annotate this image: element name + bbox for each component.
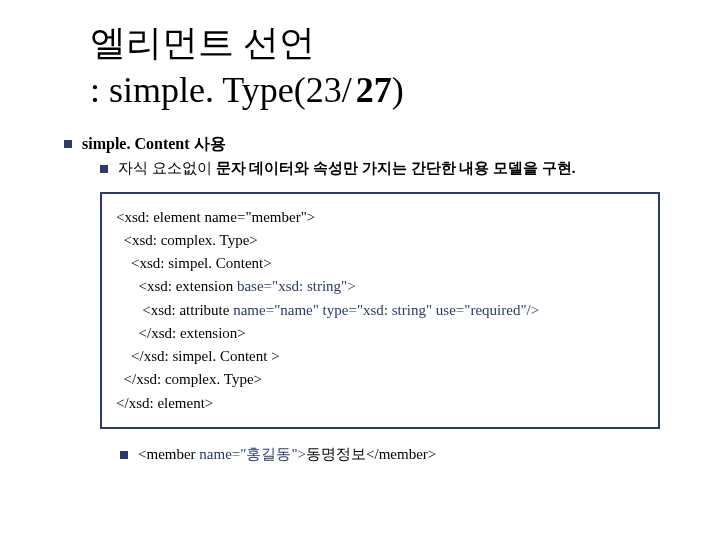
square-bullet-icon	[64, 140, 72, 148]
code-line: </xsd: complex. Type>	[116, 368, 644, 391]
code-line: </xsd: extension>	[116, 322, 644, 345]
square-bullet-icon	[100, 165, 108, 173]
bullet-level1: simple. Content 사용	[64, 134, 680, 155]
code-line: <xsd: complex. Type>	[116, 229, 644, 252]
code-line: <xsd: extension base="xsd: string">	[116, 275, 644, 298]
bullet1-text: simple. Content 사용	[82, 134, 226, 155]
slide-title: 엘리먼트 선언 : simple. Type(23/27)	[60, 20, 680, 114]
bullet2-text: 자식 요소없이 문자 데이터와 속성만 가지는 간단한 내용 모델을 구현.	[118, 159, 576, 178]
title-line1: 엘리먼트 선언	[90, 20, 680, 67]
example-text: <member name="홍길동">동명정보</member>	[138, 445, 436, 464]
code-line: <xsd: simpel. Content>	[116, 252, 644, 275]
example-bullet: <member name="홍길동">동명정보</member>	[120, 445, 680, 464]
code-line: </xsd: element>	[116, 392, 644, 415]
bullet-level2: 자식 요소없이 문자 데이터와 속성만 가지는 간단한 내용 모델을 구현.	[100, 159, 680, 178]
square-bullet-icon	[120, 451, 128, 459]
code-line: <xsd: element name="member">	[116, 206, 644, 229]
code-block: <xsd: element name="member"> <xsd: compl…	[100, 192, 660, 429]
title-line2: : simple. Type(23/27)	[90, 67, 680, 114]
code-line: <xsd: attribute name="name" type="xsd: s…	[116, 299, 644, 322]
code-line: </xsd: simpel. Content >	[116, 345, 644, 368]
